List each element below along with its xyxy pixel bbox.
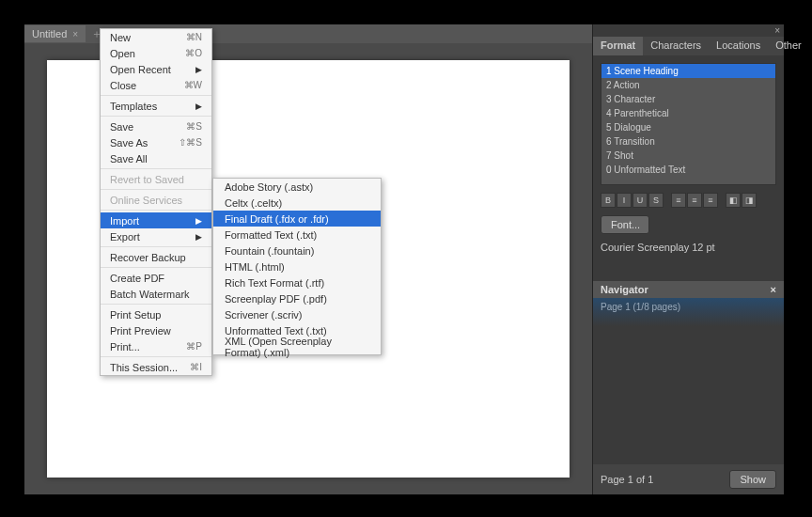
menu-print-preview[interactable]: Print Preview bbox=[101, 322, 211, 338]
menu-import[interactable]: Import▶ bbox=[101, 212, 211, 228]
menu-revert: Revert to Saved bbox=[101, 171, 211, 187]
chevron-right-icon: ▶ bbox=[195, 102, 202, 111]
menu-open[interactable]: Open⌘O bbox=[101, 45, 211, 61]
navigator-header: Navigator × bbox=[593, 281, 784, 298]
import-submenu: Adobe Story (.astx) Celtx (.celtx) Final… bbox=[212, 178, 382, 355]
import-rtf[interactable]: Rich Text Format (.rtf) bbox=[213, 274, 381, 290]
element-list[interactable]: 1 Scene Heading 2 Action 3 Character 4 P… bbox=[601, 63, 776, 185]
margin-left-button[interactable]: ◧ bbox=[726, 193, 741, 208]
menu-save-all[interactable]: Save All bbox=[101, 150, 211, 166]
italic-button[interactable]: I bbox=[617, 193, 632, 208]
font-button[interactable]: Font... bbox=[601, 215, 649, 234]
menu-recover-backup[interactable]: Recover Backup bbox=[101, 249, 211, 265]
menu-open-recent[interactable]: Open Recent▶ bbox=[101, 61, 211, 77]
import-xml[interactable]: XML (Open Screenplay Format) (.xml) bbox=[213, 338, 381, 354]
element-character[interactable]: 3 Character bbox=[601, 92, 775, 106]
menu-print[interactable]: Print...⌘P bbox=[101, 338, 211, 354]
import-pdf[interactable]: Screenplay PDF (.pdf) bbox=[213, 290, 381, 306]
element-dialogue[interactable]: 5 Dialogue bbox=[601, 120, 775, 134]
chevron-right-icon: ▶ bbox=[195, 216, 202, 226]
tab-other[interactable]: Other bbox=[768, 37, 809, 55]
menu-save[interactable]: Save⌘S bbox=[101, 118, 211, 134]
navigator-page-info: Page 1 (1/8 pages) bbox=[593, 298, 784, 316]
align-right-button[interactable]: ≡ bbox=[703, 193, 718, 208]
align-center-button[interactable]: ≡ bbox=[687, 193, 702, 208]
margin-right-button[interactable]: ◨ bbox=[742, 193, 757, 208]
element-action[interactable]: 2 Action bbox=[601, 78, 775, 92]
menu-this-session[interactable]: This Session...⌘I bbox=[101, 359, 211, 375]
format-toolbar: B I U S ≡ ≡ ≡ ◧ ◨ bbox=[593, 193, 784, 208]
element-parenthetical[interactable]: 4 Parenthetical bbox=[601, 106, 775, 120]
underline-button[interactable]: U bbox=[632, 193, 648, 208]
menu-export[interactable]: Export▶ bbox=[101, 228, 211, 244]
panel-close-icon[interactable]: × bbox=[593, 24, 784, 37]
close-icon[interactable]: × bbox=[72, 29, 78, 39]
menu-print-setup[interactable]: Print Setup bbox=[101, 306, 211, 322]
import-adobe-story[interactable]: Adobe Story (.astx) bbox=[213, 179, 381, 195]
navigator-title: Navigator bbox=[601, 284, 648, 295]
document-tab[interactable]: Untitled × bbox=[24, 25, 86, 42]
align-left-button[interactable]: ≡ bbox=[671, 193, 686, 208]
menu-new[interactable]: New⌘N bbox=[101, 29, 211, 45]
chevron-right-icon: ▶ bbox=[195, 65, 202, 74]
menu-templates[interactable]: Templates▶ bbox=[101, 98, 211, 114]
element-unformatted[interactable]: 0 Unformatted Text bbox=[601, 163, 775, 177]
navigator-footer: Page 1 of 1 Show bbox=[593, 464, 784, 494]
menu-save-as[interactable]: Save As⇧⌘S bbox=[101, 134, 211, 150]
bold-button[interactable]: B bbox=[601, 193, 616, 208]
strike-button[interactable]: S bbox=[648, 193, 664, 208]
show-button[interactable]: Show bbox=[729, 470, 776, 489]
tab-characters[interactable]: Characters bbox=[643, 37, 709, 55]
tab-format[interactable]: Format bbox=[593, 37, 643, 55]
menu-online-services: Online Services bbox=[101, 192, 211, 208]
navigator-body[interactable]: Page 1 (1/8 pages) bbox=[593, 298, 784, 464]
import-html[interactable]: HTML (.html) bbox=[213, 258, 381, 274]
element-scene-heading[interactable]: 1 Scene Heading bbox=[601, 64, 775, 78]
file-menu: New⌘N Open⌘O Open Recent▶ Close⌘W Templa… bbox=[100, 28, 212, 376]
chevron-right-icon: ▶ bbox=[195, 232, 202, 242]
tab-locations[interactable]: Locations bbox=[709, 37, 768, 55]
import-scrivener[interactable]: Scrivener (.scriv) bbox=[213, 306, 381, 322]
menu-batch-watermark[interactable]: Batch Watermark bbox=[101, 286, 211, 302]
element-shot[interactable]: 7 Shot bbox=[601, 149, 775, 163]
import-formatted-text[interactable]: Formatted Text (.txt) bbox=[213, 227, 381, 243]
menu-create-pdf[interactable]: Create PDF bbox=[101, 270, 211, 286]
menu-close[interactable]: Close⌘W bbox=[101, 77, 211, 93]
import-fountain[interactable]: Fountain (.fountain) bbox=[213, 243, 381, 258]
tab-title: Untitled bbox=[32, 28, 67, 39]
element-transition[interactable]: 6 Transition bbox=[601, 134, 775, 149]
page-count: Page 1 of 1 bbox=[601, 474, 653, 485]
panel-tabs: Format Characters Locations Other bbox=[593, 37, 784, 55]
navigator-close-icon[interactable]: × bbox=[771, 284, 776, 295]
import-celtx[interactable]: Celtx (.celtx) bbox=[213, 195, 381, 211]
font-label: Courier Screenplay 12 pt bbox=[601, 242, 776, 253]
import-final-draft[interactable]: Final Draft (.fdx or .fdr) bbox=[213, 211, 381, 227]
